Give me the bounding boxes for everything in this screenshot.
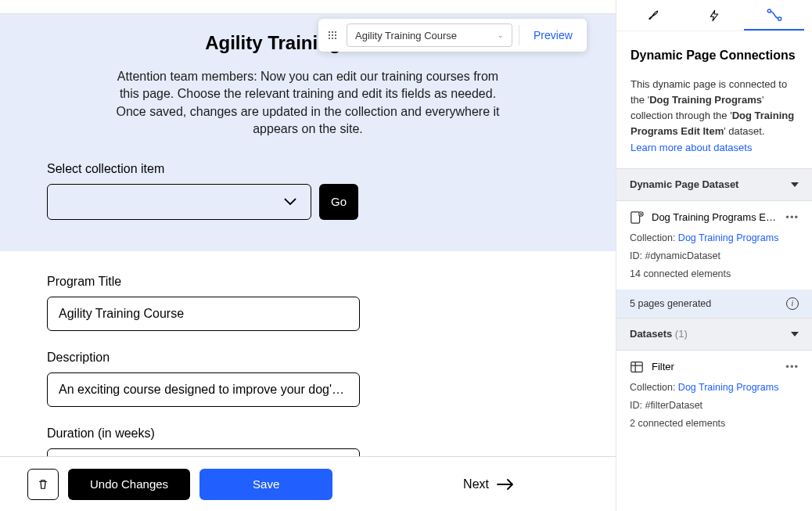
id-line: ID: #dynamicDataset	[630, 250, 799, 261]
svg-point-10	[778, 16, 781, 20]
connected-elements: 2 connected elements	[630, 418, 799, 429]
chevron-down-icon: ⌄	[498, 31, 504, 39]
chevron-down-icon	[284, 198, 296, 206]
panel-intro: This dynamic page is connected to the 'D…	[631, 77, 798, 140]
info-icon[interactable]: i	[786, 297, 799, 310]
svg-point-2	[335, 31, 336, 33]
undo-button[interactable]: Undo Changes	[68, 469, 190, 500]
collection-link[interactable]: Dog Training Programs	[678, 382, 779, 393]
svg-point-7	[332, 38, 333, 39]
connected-elements: 14 connected elements	[630, 268, 799, 279]
svg-point-9	[767, 9, 771, 12]
page-selector[interactable]: Agility Training Course ⌄	[347, 23, 512, 47]
next-button[interactable]: Next	[463, 477, 514, 491]
panel-title: Dynamic Page Connections	[631, 49, 798, 63]
svg-point-1	[332, 31, 333, 33]
dataset-name[interactable]: Filter	[652, 361, 778, 372]
next-label: Next	[463, 477, 489, 491]
delete-button[interactable]	[27, 469, 59, 500]
section-datasets[interactable]: Datasets (1)	[616, 318, 812, 351]
more-options-button[interactable]: •••	[785, 361, 799, 372]
floating-toolbar[interactable]: Agility Training Course ⌄ Preview	[318, 19, 587, 52]
triangle-down-icon	[791, 332, 799, 336]
svg-point-5	[335, 34, 336, 36]
svg-rect-11	[631, 211, 640, 222]
svg-point-0	[329, 31, 330, 33]
collection-line: Collection: Dog Training Programs	[630, 382, 799, 393]
collection-item-select[interactable]	[47, 184, 311, 220]
svg-point-6	[329, 38, 330, 39]
program-title-label: Program Title	[47, 275, 569, 289]
right-panel: Dynamic Page Connections This dynamic pa…	[616, 0, 812, 511]
tab-connections[interactable]	[744, 0, 804, 31]
triangle-down-icon	[791, 182, 799, 187]
dataset-name[interactable]: Dog Training Programs Ed…	[652, 211, 778, 223]
page-description: Attention team members: Now you can edit…	[105, 68, 512, 139]
program-title-input[interactable]	[47, 297, 360, 331]
arrow-right-icon	[497, 479, 514, 490]
more-options-button[interactable]: •••	[785, 211, 799, 223]
select-collection-label: Select collection item	[47, 162, 164, 176]
description-input[interactable]	[47, 372, 360, 407]
data-connection-icon	[767, 8, 782, 22]
save-button[interactable]: Save	[199, 469, 332, 500]
description-label: Description	[47, 351, 569, 365]
tab-actions[interactable]	[684, 0, 745, 31]
page-selector-value: Agility Training Course	[355, 30, 457, 41]
svg-rect-13	[631, 362, 642, 372]
section-label: Datasets	[630, 328, 672, 340]
svg-point-4	[332, 34, 333, 36]
section-count: (1)	[675, 328, 688, 340]
id-line: ID: #filterDataset	[630, 400, 799, 411]
svg-point-8	[335, 38, 336, 39]
lightning-icon	[708, 9, 720, 23]
learn-more-link[interactable]: Learn more about datasets	[631, 142, 752, 153]
dataset-page-icon	[630, 211, 644, 225]
collection-link[interactable]: Dog Training Programs	[678, 232, 779, 243]
divider	[519, 25, 519, 45]
go-button[interactable]: Go	[319, 184, 358, 220]
section-label: Dynamic Page Dataset	[630, 178, 738, 190]
trash-icon	[36, 477, 50, 491]
collection-line: Collection: Dog Training Programs	[630, 232, 799, 243]
filter-dataset-icon	[630, 360, 644, 374]
pages-generated: 5 pages generated	[630, 298, 711, 309]
brush-icon	[647, 9, 661, 23]
section-dynamic-page-dataset[interactable]: Dynamic Page Dataset	[616, 168, 812, 201]
preview-button[interactable]: Preview	[526, 29, 580, 41]
svg-point-3	[329, 34, 330, 36]
drag-handle-icon[interactable]	[325, 27, 340, 43]
duration-label: Duration (in weeks)	[47, 426, 569, 441]
tab-design[interactable]	[624, 0, 684, 31]
